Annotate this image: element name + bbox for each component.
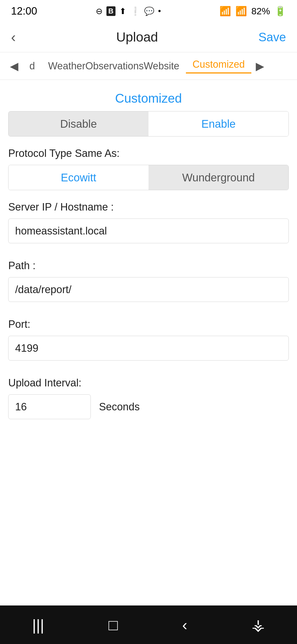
back-nav-button[interactable]: ‹ xyxy=(182,616,187,634)
do-not-disturb-icon: ⊖ xyxy=(96,6,103,16)
wifi-icon: 📶 xyxy=(219,6,231,17)
upload-interval-label: Upload Interval: xyxy=(8,377,289,389)
port-label: Port: xyxy=(8,318,289,330)
battery-pct: 82% xyxy=(251,6,270,17)
enable-disable-toggle: Disable Enable xyxy=(8,111,289,137)
path-label: Path : xyxy=(8,260,289,272)
status-right: 📶 📶 82% 🔋 xyxy=(219,6,286,17)
page-title: Upload xyxy=(116,29,158,45)
top-nav-bar: ‹ Upload Save xyxy=(0,22,297,52)
battery-icon: 🔋 xyxy=(274,6,286,17)
server-ip-input[interactable] xyxy=(8,219,289,243)
chat-icon: 💬 xyxy=(144,6,154,16)
disable-button[interactable]: Disable xyxy=(9,111,148,136)
protocol-type-label: Protocol Type Same As: xyxy=(8,148,289,159)
upload-interval-input[interactable] xyxy=(8,394,91,419)
back-button[interactable]: ‹ xyxy=(11,29,16,45)
server-ip-label: Server IP / Hostname : xyxy=(8,201,289,213)
tab-left-arrow[interactable]: ◀ xyxy=(6,60,23,72)
home-icon: □ xyxy=(109,616,118,634)
status-time: 12:00 xyxy=(11,5,37,17)
tab-weather-observations[interactable]: WeatherObservationsWebsite xyxy=(42,60,186,72)
tab-strip: ◀ d WeatherObservationsWebsite Customize… xyxy=(0,52,297,80)
status-bar: 12:00 ⊖ B ⬆ ❕ 💬 • 📶 📶 82% 🔋 xyxy=(0,0,297,22)
customized-section-title: Customized xyxy=(8,80,289,111)
tab-partial[interactable]: d xyxy=(23,60,42,72)
alert-icon: ❕ xyxy=(130,6,140,16)
bottom-nav-bar: ||| □ ‹ ⚶ xyxy=(0,605,297,644)
home-button[interactable]: □ xyxy=(109,616,118,634)
upload-icon: ⬆ xyxy=(119,6,126,16)
status-icons: ⊖ B ⬆ ❕ 💬 • xyxy=(96,6,161,16)
ecowitt-button[interactable]: Ecowitt xyxy=(9,165,148,190)
accessibility-button[interactable]: ⚶ xyxy=(252,616,265,634)
recent-apps-button[interactable]: ||| xyxy=(32,616,44,634)
signal-icon: 📶 xyxy=(235,6,247,17)
back-nav-icon: ‹ xyxy=(182,616,187,634)
b-icon: B xyxy=(106,6,116,16)
tab-right-arrow[interactable]: ▶ xyxy=(251,60,269,72)
dot-icon: • xyxy=(158,6,161,16)
recent-apps-icon: ||| xyxy=(32,616,44,634)
tab-customized[interactable]: Customized xyxy=(186,59,251,73)
interval-unit-label: Seconds xyxy=(99,401,140,413)
enable-button[interactable]: Enable xyxy=(148,111,288,136)
main-content: Customized Disable Enable Protocol Type … xyxy=(0,80,297,447)
path-input[interactable] xyxy=(8,277,289,302)
upload-interval-row: Seconds xyxy=(8,394,289,419)
accessibility-icon: ⚶ xyxy=(252,616,265,634)
save-button[interactable]: Save xyxy=(258,30,286,44)
wunderground-button[interactable]: Wunderground xyxy=(148,165,288,190)
port-input[interactable] xyxy=(8,336,289,361)
protocol-toggle: Ecowitt Wunderground xyxy=(8,165,289,190)
